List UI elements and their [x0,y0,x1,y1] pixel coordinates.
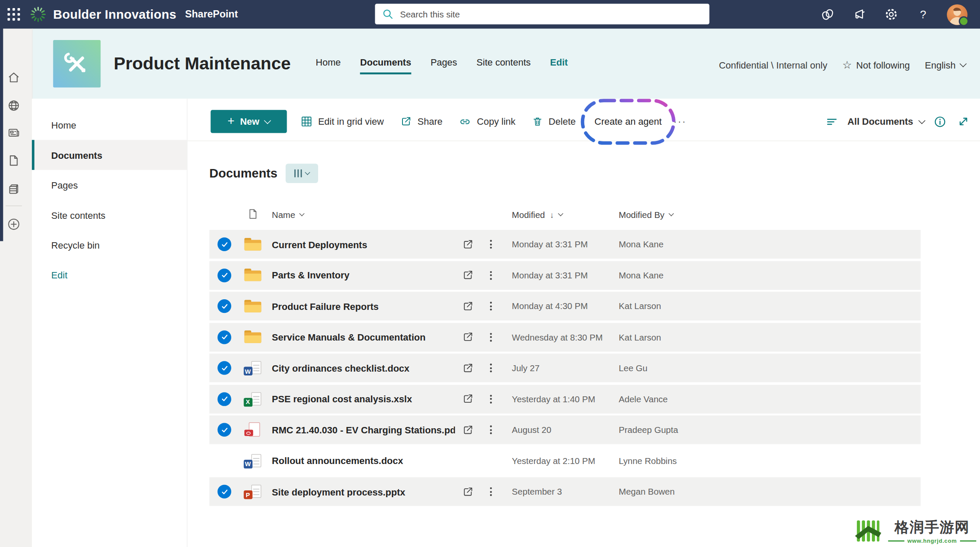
site-nav-site-contents[interactable]: Site contents [477,57,531,74]
rail-create-icon[interactable] [6,216,22,232]
file-name[interactable]: Service Manuals & Documentation [266,332,455,342]
product-name[interactable]: SharePoint [185,9,238,20]
file-name[interactable]: PSE regional cost analysis.xslx [266,394,455,404]
settings-gear-icon[interactable] [883,6,900,23]
row-selected-checkbox[interactable] [218,299,231,313]
modified-by-value[interactable]: Megan Bowen [619,487,921,496]
table-row[interactable]: Product Failure Reports Monday at 4:30 P… [210,292,921,321]
more-actions-icon[interactable] [487,268,494,282]
column-header-name[interactable]: Name [266,210,455,220]
org-name: Boulder Innovations [53,7,176,22]
modified-by-value[interactable]: Mona Kane [619,270,921,280]
expand-icon[interactable] [956,114,971,129]
modified-by-value[interactable]: Kat Larson [619,301,921,311]
row-selected-checkbox[interactable] [218,238,231,251]
site-search-box[interactable] [375,4,709,24]
share-row-icon[interactable] [462,362,474,374]
sidebar-item-recycle-bin[interactable]: Recycle bin [32,230,187,260]
more-actions-icon[interactable] [487,485,494,498]
view-selector[interactable]: All Documents [848,116,925,127]
site-logo[interactable] [53,40,101,88]
site-nav-pages[interactable]: Pages [431,57,457,74]
rail-document-icon[interactable] [6,152,22,169]
row-selected-checkbox[interactable] [218,268,231,282]
help-icon[interactable]: ? [915,6,931,23]
row-selected-checkbox[interactable] [218,485,231,498]
info-icon[interactable] [932,114,947,129]
more-actions-icon[interactable] [487,330,494,344]
share-row-icon[interactable] [462,238,474,250]
file-name[interactable]: City ordinances checklist.docx [266,363,455,373]
more-actions-icon[interactable] [487,238,494,251]
rail-globe-icon[interactable] [6,97,22,114]
share-row-icon[interactable] [462,269,474,281]
follow-button[interactable]: ☆ Not following [842,60,910,70]
file-name[interactable]: Rollout announcements.docx [266,455,455,466]
modified-by-value[interactable]: Kat Larson [619,332,921,342]
file-name[interactable]: Product Failure Reports [266,301,455,312]
share-row-icon[interactable] [462,331,474,343]
file-name[interactable]: Parts & Inventory [266,270,455,281]
edit-in-grid-view-button[interactable]: Edit in grid view [293,115,392,127]
share-button[interactable]: Share [392,115,451,127]
announcements-icon[interactable] [851,6,868,23]
rail-news-icon[interactable] [6,125,22,141]
column-header-modified-by[interactable]: Modified By [619,210,921,220]
sidebar-item-home[interactable]: Home [32,110,187,140]
row-selected-checkbox[interactable] [218,392,231,406]
file-name[interactable]: Site deployment process.pptx [266,486,455,497]
rail-library-icon[interactable] [6,181,22,198]
sidebar-item-edit[interactable]: Edit [32,260,187,289]
site-nav-edit[interactable]: Edit [550,57,568,74]
share-row-icon[interactable] [462,393,474,405]
more-actions-icon[interactable] [487,299,494,313]
more-actions-icon[interactable] [487,392,494,406]
copilot-icon[interactable] [819,6,836,23]
sidebar-item-site-contents[interactable]: Site contents [32,200,187,230]
modified-by-value[interactable]: Lynne Robbins [619,456,921,466]
copy-link-button[interactable]: Copy link [451,115,523,128]
column-header-modified[interactable]: Modified ↓ [501,210,619,220]
search-input[interactable] [399,9,689,20]
file-type-column-icon[interactable] [248,209,257,221]
app-launcher-icon[interactable] [8,8,20,20]
file-name[interactable]: RMC 21.40.030 - EV Charging Stations.pdf [266,424,455,435]
site-nav-documents[interactable]: Documents [360,57,411,74]
modified-by-value[interactable]: Pradeep Gupta [619,425,921,435]
view-toggle-button[interactable] [285,163,318,183]
row-selected-checkbox[interactable] [218,361,231,375]
create-agent-button[interactable]: Create an agent [584,116,672,127]
sidebar-item-documents[interactable]: Documents [32,140,187,170]
site-title[interactable]: Product Maintenance [114,54,291,74]
command-label: Delete [549,116,576,127]
folder-icon [244,238,261,251]
modified-by-value[interactable]: Lee Gu [619,363,921,373]
delete-button[interactable]: Delete [523,115,583,127]
view-options-icon[interactable] [825,114,839,129]
sidebar-item-pages[interactable]: Pages [32,170,187,200]
table-row[interactable]: W Rollout announcements.docx Yesterday a… [210,447,921,475]
more-actions-icon[interactable] [487,361,494,375]
account-avatar[interactable] [947,4,967,25]
new-button[interactable]: + New [211,110,287,133]
table-row[interactable]: Parts & Inventory Monday at 3:31 PM Mona… [210,261,921,290]
table-row[interactable]: W City ordinances checklist.docx July 27… [210,354,921,383]
table-row[interactable]: Current Deployments Monday at 3:31 PM Mo… [210,230,921,259]
table-row[interactable]: RMC 21.40.030 - EV Charging Stations.pdf… [210,415,921,444]
table-row[interactable]: P Site deployment process.pptx September… [210,477,921,506]
language-selector[interactable]: English [925,60,966,70]
table-row[interactable]: Service Manuals & Documentation Wednesda… [210,323,921,352]
modified-by-value[interactable]: Mona Kane [619,239,921,249]
row-selected-checkbox[interactable] [218,423,231,436]
more-commands-icon[interactable]: ··· [674,116,687,127]
table-row[interactable]: X PSE regional cost analysis.xslx Yester… [210,384,921,413]
more-actions-icon[interactable] [487,423,494,436]
share-row-icon[interactable] [462,300,474,312]
site-nav-home[interactable]: Home [316,57,341,74]
modified-by-value[interactable]: Adele Vance [619,394,921,404]
file-name[interactable]: Current Deployments [266,239,455,249]
share-row-icon[interactable] [462,486,474,498]
row-selected-checkbox[interactable] [218,330,231,344]
rail-home-icon[interactable] [6,69,22,86]
share-row-icon[interactable] [462,424,474,436]
